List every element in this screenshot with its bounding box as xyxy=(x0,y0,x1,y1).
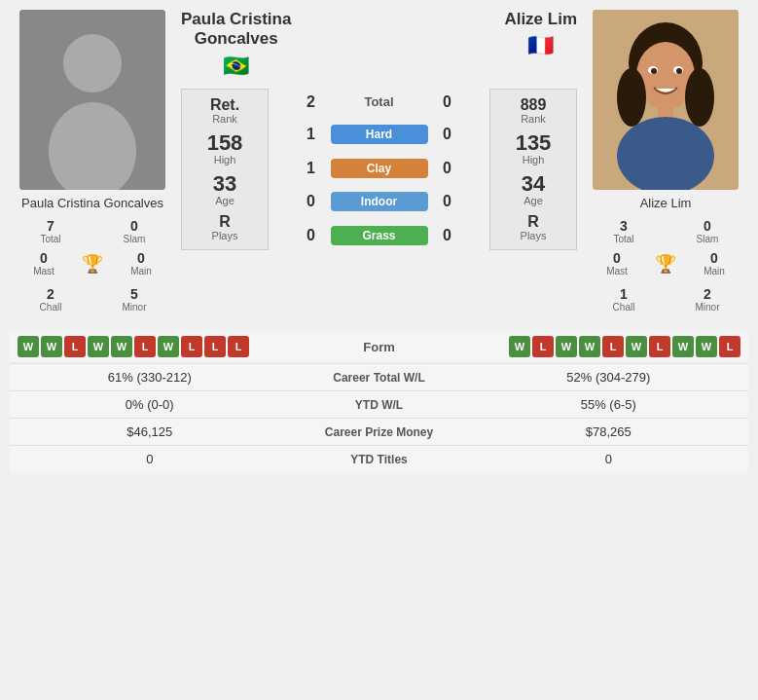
left-player-stats: 7 Total 0 Slam xyxy=(10,216,175,246)
form-badge: W xyxy=(579,336,600,357)
left-stat-total: 7 Total xyxy=(10,216,91,246)
left-trophy-row: 0 Mast 🏆 0 Main xyxy=(10,248,175,278)
left-player-name: Paula Cristina Goncalves xyxy=(21,196,163,210)
right-stat-main: 0 Main xyxy=(680,248,748,278)
svg-point-12 xyxy=(617,68,646,127)
form-badge: W xyxy=(509,336,530,357)
left-stat-mast: 0 Mast xyxy=(10,248,78,278)
right-chall-minor: 1 Chall 2 Minor xyxy=(583,284,748,314)
right-player-card: Alize Lim 3 Total 0 Slam 0 Mast 🏆 xyxy=(583,10,748,314)
right-stat-total: 3 Total xyxy=(583,216,665,246)
score-hard-row: 1 Hard 0 xyxy=(276,125,482,144)
stats-row-right-value: 55% (6-5) xyxy=(477,397,741,412)
left-player-card: Paula Cristina Goncalves 7 Total 0 Slam … xyxy=(10,10,175,314)
form-badge: W xyxy=(41,336,62,357)
form-badge: L xyxy=(228,336,249,357)
stats-row: 0YTD Titles0 xyxy=(10,445,748,472)
left-stat-main: 0 Main xyxy=(107,248,175,278)
right-trophy-icon: 🏆 xyxy=(651,253,680,275)
stats-row-left-value: 0% (0-0) xyxy=(18,397,282,412)
score-clay-row: 1 Clay 0 xyxy=(276,159,482,178)
stats-row-label: YTD Titles xyxy=(282,453,477,466)
form-badge: L xyxy=(181,336,202,357)
left-stat-slam: 0 Slam xyxy=(93,216,175,246)
svg-point-13 xyxy=(685,68,714,127)
left-flag: 🇧🇷 xyxy=(181,54,291,79)
svg-point-1 xyxy=(63,34,122,92)
right-flag: 🇫🇷 xyxy=(504,33,577,58)
stats-row-label: YTD W/L xyxy=(282,398,477,412)
form-badge: L xyxy=(649,336,670,357)
left-form-badges: WWLWWLWLLL xyxy=(18,336,249,357)
top-names-row: Paula Cristina Goncalves 🇧🇷 Alize Lim 🇫🇷 xyxy=(181,10,577,79)
svg-point-8 xyxy=(651,68,657,74)
left-name-heading: Paula Cristina Goncalves 🇧🇷 xyxy=(181,10,291,79)
right-player-stats: 3 Total 0 Slam xyxy=(583,216,748,246)
stats-row-left-value: 0 xyxy=(18,452,282,466)
right-name-heading: Alize Lim 🇫🇷 xyxy=(504,10,577,58)
grass-button[interactable]: Grass xyxy=(331,226,428,245)
stats-row: 61% (330-212)Career Total W/L52% (304-27… xyxy=(10,363,748,390)
right-stat-chall: 1 Chall xyxy=(583,284,665,314)
form-badge: W xyxy=(158,336,179,357)
stats-row-left-value: $46,125 xyxy=(18,424,282,439)
form-label: Form xyxy=(363,340,395,354)
score-grass-row: 0 Grass 0 xyxy=(276,226,482,245)
stats-row-right-value: $78,265 xyxy=(477,424,741,439)
form-badge: L xyxy=(532,336,554,357)
score-section: 2 Total 0 1 Hard 0 1 Clay 0 xyxy=(272,89,486,250)
form-badge: W xyxy=(18,336,39,357)
form-badge: W xyxy=(696,336,717,357)
left-chall-minor: 2 Chall 5 Minor xyxy=(10,284,175,314)
hard-button[interactable]: Hard xyxy=(331,125,428,144)
left-player-photo xyxy=(19,10,165,190)
stats-row: 0% (0-0)YTD W/L55% (6-5) xyxy=(10,390,748,418)
right-panel-rank: 889 Rank xyxy=(521,97,547,125)
form-badge: L xyxy=(64,336,86,357)
stats-row-label: Career Prize Money xyxy=(282,425,477,439)
scores-panels-row: Ret. Rank 158 High 33 Age R Plays xyxy=(181,89,577,250)
score-indoor-row: 0 Indoor 0 xyxy=(276,192,482,211)
right-stat-minor: 2 Minor xyxy=(667,284,748,314)
left-stat-chall: 2 Chall xyxy=(10,284,91,314)
right-stats-panel: 889 Rank 135 High 34 Age R Plays xyxy=(489,89,577,250)
form-badge: L xyxy=(602,336,624,357)
stats-row-left-value: 61% (330-212) xyxy=(18,370,282,385)
right-player-photo xyxy=(593,10,739,190)
right-trophy-row: 0 Mast 🏆 0 Main xyxy=(583,248,748,278)
left-panel-high: 158 High xyxy=(207,132,243,166)
stats-row-right-value: 52% (304-279) xyxy=(477,370,741,385)
form-badge: W xyxy=(88,336,109,357)
form-badge: W xyxy=(672,336,694,357)
left-trophy-icon: 🏆 xyxy=(78,253,107,275)
form-row: WWLWWLWLLL Form WLWWLWLWWL xyxy=(10,332,748,361)
indoor-button[interactable]: Indoor xyxy=(331,192,428,211)
top-section: Paula Cristina Goncalves 7 Total 0 Slam … xyxy=(0,0,758,324)
left-panel-rank: Ret. Rank xyxy=(210,97,239,125)
right-stat-slam: 0 Slam xyxy=(667,216,748,246)
bottom-section: WWLWWLWLLL Form WLWWLWLWWL 61% (330-212)… xyxy=(0,332,758,482)
form-badge: W xyxy=(556,336,577,357)
form-badge: W xyxy=(626,336,647,357)
left-panel-plays: R Plays xyxy=(212,214,238,241)
left-panel-age: 33 Age xyxy=(213,173,236,206)
right-panel-age: 34 Age xyxy=(522,173,545,206)
right-stat-mast: 0 Mast xyxy=(583,248,651,278)
stats-row-label: Career Total W/L xyxy=(282,371,477,385)
clay-button[interactable]: Clay xyxy=(331,159,428,178)
left-stats-panel: Ret. Rank 158 High 33 Age R Plays xyxy=(181,89,269,250)
score-total-row: 2 Total 0 xyxy=(276,93,482,111)
right-player-name: Alize Lim xyxy=(640,196,692,210)
stats-row-right-value: 0 xyxy=(477,452,741,466)
svg-point-9 xyxy=(676,68,682,74)
form-badge: L xyxy=(134,336,156,357)
right-panel-high: 135 High xyxy=(516,132,552,166)
stats-rows: 61% (330-212)Career Total W/L52% (304-27… xyxy=(10,363,748,472)
form-badge: L xyxy=(204,336,226,357)
left-stat-minor: 5 Minor xyxy=(93,284,175,314)
form-badge: W xyxy=(111,336,132,357)
main-container: Paula Cristina Goncalves 7 Total 0 Slam … xyxy=(0,0,758,482)
right-panel-plays: R Plays xyxy=(521,214,547,241)
right-form-badges: WLWWLWLWWL xyxy=(509,336,740,357)
stats-row: $46,125Career Prize Money$78,265 xyxy=(10,418,748,445)
